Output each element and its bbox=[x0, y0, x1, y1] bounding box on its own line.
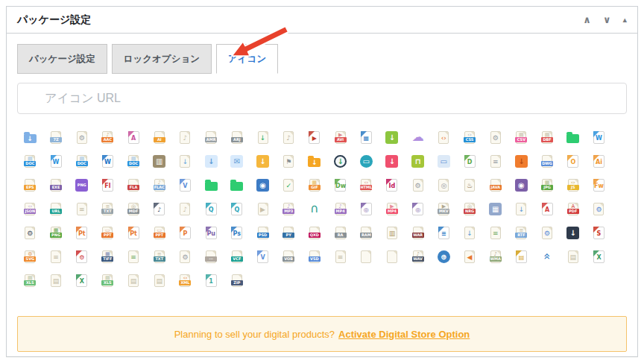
mp3-file-icon[interactable]: ♪MP3 bbox=[276, 197, 302, 221]
download-file-green-icon[interactable]: ↓ bbox=[250, 125, 276, 149]
accdb-file-icon[interactable]: A bbox=[121, 125, 147, 149]
rtf-file-icon[interactable]: ≡RTF bbox=[508, 221, 534, 244]
film-book-2-icon[interactable]: ◎ bbox=[405, 197, 431, 221]
gears-file-icon[interactable]: ⚙ bbox=[586, 197, 612, 221]
text-file-2-icon[interactable]: ≡ bbox=[43, 244, 69, 268]
log-file-icon[interactable]: ≡ bbox=[69, 197, 95, 221]
download-file-orange-icon[interactable]: ↓ bbox=[250, 149, 276, 173]
url-file-icon[interactable]: URL bbox=[43, 197, 69, 221]
tab-lock-options[interactable]: ロックオプション bbox=[112, 44, 212, 74]
download-circle-icon[interactable]: ↓ bbox=[327, 149, 353, 173]
text-file-gray-icon[interactable]: ≡TXT bbox=[95, 197, 121, 221]
jar-file-icon[interactable]: ♨ bbox=[457, 173, 483, 197]
avi-file-icon[interactable]: ▶AVI bbox=[327, 125, 353, 149]
docx-book-2-icon[interactable]: W bbox=[95, 149, 121, 173]
gear-file-icon[interactable]: ⚙ bbox=[405, 173, 431, 197]
speaker-file-icon[interactable]: ◀ bbox=[457, 244, 483, 268]
code-file-icon[interactable]: ‹› bbox=[431, 125, 457, 149]
text-file-3-icon[interactable]: ≡ bbox=[327, 244, 353, 268]
ppt-file-icon[interactable]: ▭PPT bbox=[95, 221, 121, 244]
avi-book-icon[interactable]: ▶ bbox=[302, 125, 328, 149]
txt-file-icon[interactable]: ≡TXT bbox=[146, 244, 172, 268]
sheet-green-file-icon[interactable]: ≡ bbox=[482, 221, 508, 244]
ra-file-icon[interactable]: RA bbox=[327, 221, 353, 244]
png-square-icon[interactable]: PNG bbox=[69, 173, 95, 197]
one-book-icon[interactable]: 1 bbox=[198, 268, 224, 292]
desktop-circle-icon[interactable]: ▭ bbox=[353, 149, 379, 173]
aac-file-icon[interactable]: ♪AAC bbox=[95, 125, 121, 149]
vsd-file-icon[interactable]: VSD bbox=[302, 244, 328, 268]
ai-file-icon[interactable]: AI bbox=[146, 125, 172, 149]
7z-file-icon[interactable]: 7Z bbox=[43, 125, 69, 149]
chevrons-down-icon[interactable]: « bbox=[534, 244, 561, 268]
json-file-icon[interactable]: ‹›JSON bbox=[17, 197, 43, 221]
download-gradient-icon[interactable]: ↓ bbox=[508, 149, 534, 173]
doc-file-icon[interactable]: ▤DOC bbox=[17, 149, 43, 173]
mov-book-2-icon[interactable]: Q bbox=[224, 197, 250, 221]
svg-file-icon[interactable]: ⚙SVG bbox=[17, 244, 43, 268]
move-up-button[interactable]: ∧ bbox=[583, 15, 591, 25]
download-square-red-icon[interactable]: ↓ bbox=[379, 149, 405, 173]
fla-file-icon[interactable]: FLA bbox=[121, 173, 147, 197]
rar-file-icon[interactable]: ▥ bbox=[379, 221, 405, 244]
web-globe-icon[interactable]: ⊕ bbox=[431, 244, 457, 268]
mov-book-icon[interactable]: Q bbox=[198, 197, 224, 221]
zip-file-icon[interactable]: ZIP bbox=[224, 268, 250, 292]
dreamweaver-book-icon[interactable]: Dw bbox=[327, 173, 353, 197]
gears-blue-file-icon[interactable]: ⚙ bbox=[534, 221, 561, 244]
pdf-file-icon[interactable]: APDF bbox=[560, 197, 586, 221]
video-book-icon[interactable]: V bbox=[250, 244, 276, 268]
aiff-file-icon[interactable]: ♪ bbox=[172, 125, 198, 149]
film-strip-book-icon[interactable]: ▤ bbox=[508, 244, 534, 268]
android-icon[interactable]: ⊓ bbox=[405, 149, 431, 173]
mp4-red-file-icon[interactable]: ▶MP4 bbox=[379, 197, 405, 221]
doc-file-2-icon[interactable]: ▤DOC bbox=[69, 149, 95, 173]
mp4-file-icon[interactable]: ♪MP4 bbox=[327, 197, 353, 221]
headphones-icon[interactable]: ∩ bbox=[302, 197, 328, 221]
docx-book-icon[interactable]: W bbox=[43, 149, 69, 173]
png-image-file-icon[interactable]: ▦PNG bbox=[43, 221, 69, 244]
audio-file-icon[interactable]: ♪ bbox=[276, 125, 302, 149]
move-down-button[interactable]: ∨ bbox=[603, 15, 611, 25]
eps-file-icon[interactable]: EPS bbox=[17, 173, 43, 197]
mail-box-icon[interactable]: ✉ bbox=[224, 149, 250, 173]
exe-file-icon[interactable]: EXE bbox=[43, 173, 69, 197]
film-book-icon[interactable]: ◎ bbox=[353, 197, 379, 221]
pub-book-icon[interactable]: Pu bbox=[198, 221, 224, 244]
ram-file-icon[interactable]: RAM bbox=[353, 221, 379, 244]
mpg-file-icon[interactable]: ▶ bbox=[250, 197, 276, 221]
mdf-file-icon[interactable]: ◎MDF bbox=[121, 197, 147, 221]
config-file-icon[interactable]: ⚙ bbox=[482, 125, 508, 149]
py-file-icon[interactable]: PY bbox=[276, 221, 302, 244]
worksheet-file-2-icon[interactable]: ▤ bbox=[43, 268, 69, 292]
m4a-book-icon[interactable]: ♪ bbox=[146, 197, 172, 221]
excel-x-book-icon[interactable]: X bbox=[69, 268, 95, 292]
doc-book-icon[interactable]: W bbox=[586, 125, 612, 149]
csv-file-icon[interactable]: ▤CSV bbox=[508, 125, 534, 149]
dots-file-icon[interactable]: ··· bbox=[198, 244, 224, 268]
xls-file-2-icon[interactable]: ▤XLS bbox=[95, 268, 121, 292]
ppt-book-icon[interactable]: Pt bbox=[69, 221, 95, 244]
worksheet-file-4-icon[interactable]: ▤ bbox=[146, 268, 172, 292]
worksheet-file-3-icon[interactable]: ▤ bbox=[121, 268, 147, 292]
vcf-file-icon[interactable]: VCF bbox=[224, 244, 250, 268]
pdf-book-icon[interactable]: A bbox=[534, 197, 561, 221]
ace-file-icon[interactable]: ⚙ bbox=[69, 125, 95, 149]
download-square-green-icon[interactable]: ↓ bbox=[379, 125, 405, 149]
swf-book-icon[interactable]: S bbox=[586, 221, 612, 244]
flac-file-icon[interactable]: ♪FLAC bbox=[146, 173, 172, 197]
js-file-icon[interactable]: ‹›JS bbox=[560, 173, 586, 197]
gear-dark-file-icon[interactable]: ⚙ bbox=[17, 221, 43, 244]
camera-purple-icon[interactable]: ◉ bbox=[508, 173, 534, 197]
java-file-icon[interactable]: JAVA bbox=[482, 173, 508, 197]
toggle-panel-button[interactable]: ▴ bbox=[622, 16, 627, 24]
vob-file-icon[interactable]: VOB bbox=[276, 244, 302, 268]
bmp-book-icon[interactable]: ▦ bbox=[353, 125, 379, 149]
war-file-icon[interactable]: WAR bbox=[405, 221, 431, 244]
excel-book-icon[interactable]: X bbox=[586, 244, 612, 268]
plain-file-icon[interactable] bbox=[353, 244, 379, 268]
qxd-file-icon[interactable]: QXD bbox=[302, 221, 328, 244]
docs-book-icon[interactable]: ≡ bbox=[431, 221, 457, 244]
dbf-file-icon[interactable]: ▤DBF bbox=[534, 125, 561, 149]
jpg-file-icon[interactable]: ▦JPG bbox=[534, 173, 561, 197]
